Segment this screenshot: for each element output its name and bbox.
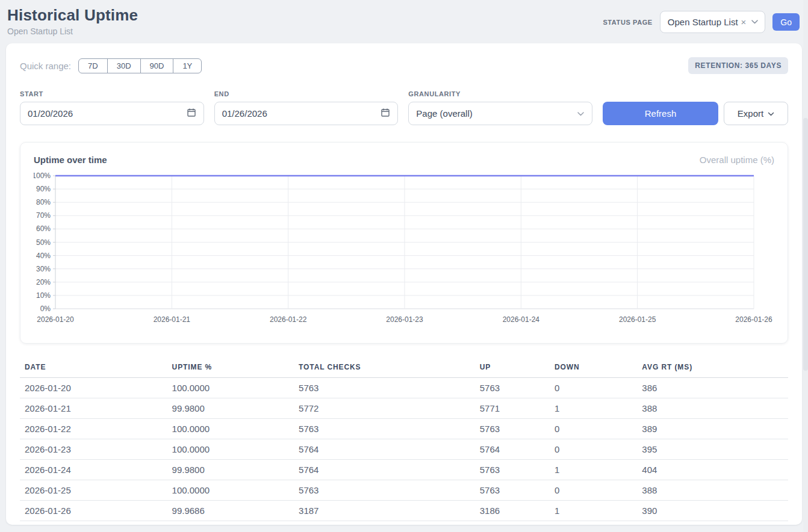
svg-text:2026-01-21: 2026-01-21 [154, 315, 191, 324]
calendar-icon[interactable] [381, 108, 390, 119]
svg-text:2026-01-26: 2026-01-26 [735, 315, 772, 324]
start-date-input[interactable]: 01/20/2026 [20, 102, 204, 125]
table-cell: 390 [637, 501, 788, 521]
table-row: 2026-01-20100.0000576357630386 [20, 378, 788, 398]
table-cell: 2026-01-22 [20, 419, 167, 439]
table-cell: 1 [550, 501, 637, 521]
topbar-right: STATUS PAGE Open Startup List × Go [603, 11, 800, 33]
calendar-icon[interactable] [187, 108, 196, 119]
end-date-value: 01/26/2026 [222, 108, 267, 119]
svg-text:2026-01-20: 2026-01-20 [37, 315, 74, 324]
filter-actions: Refresh Export [603, 102, 788, 125]
granularity-selected-value: Page (overall) [416, 108, 472, 119]
table-cell: 100.0000 [167, 419, 294, 439]
column-header: AVG RT (MS) [637, 359, 788, 378]
title-block: Historical Uptime Open Startup List [7, 6, 138, 36]
table-cell: 2026-01-26 [20, 501, 167, 521]
table-cell: 0 [550, 419, 637, 439]
main-panel: Quick range: 7D 30D 90D 1Y RETENTION: 36… [6, 43, 802, 525]
svg-text:20%: 20% [36, 278, 51, 286]
svg-text:70%: 70% [36, 211, 51, 220]
chart-title: Uptime over time [34, 155, 107, 165]
table-cell: 5764 [294, 460, 475, 480]
table-cell: 395 [637, 439, 788, 460]
table-cell: 5763 [294, 480, 475, 501]
table-cell: 5771 [475, 398, 550, 419]
filter-row: START 01/20/2026 END 01/26/2026 GRANULAR… [20, 90, 788, 125]
column-header: UPTIME % [167, 359, 294, 378]
retention-badge: RETENTION: 365 DAYS [688, 57, 788, 74]
end-date-label: END [214, 90, 399, 97]
table-cell: 100.0000 [167, 378, 294, 398]
table-cell: 1 [550, 460, 637, 480]
table-row: 2026-01-25100.0000576357630388 [20, 480, 788, 501]
table-row: 2026-01-22100.0000576357630389 [20, 419, 788, 439]
table-cell: 3186 [475, 501, 550, 521]
chevron-down-icon [751, 19, 759, 25]
granularity-label: GRANULARITY [408, 90, 592, 97]
table-cell: 5763 [475, 378, 550, 398]
table-cell: 0 [550, 439, 637, 460]
svg-text:100%: 100% [34, 172, 51, 180]
table-row: 2026-01-2499.9800576457631404 [20, 460, 788, 480]
quick-range-buttons: 7D 30D 90D 1Y [78, 58, 202, 73]
svg-text:0%: 0% [40, 305, 51, 313]
chart-legend: Overall uptime (%) [700, 155, 774, 165]
page-scrollbar-thumb[interactable] [803, 118, 808, 371]
table-cell: 0 [550, 378, 637, 398]
end-date-input[interactable]: 01/26/2026 [214, 102, 399, 125]
svg-text:30%: 30% [36, 265, 51, 273]
granularity-select[interactable]: Page (overall) [408, 102, 592, 125]
table-cell: 388 [637, 480, 788, 501]
table-cell: 2026-01-23 [20, 439, 167, 460]
svg-text:90%: 90% [36, 185, 51, 193]
refresh-button[interactable]: Refresh [603, 102, 718, 125]
chart-header: Uptime over time Overall uptime (%) [34, 155, 774, 165]
column-header: UP [475, 359, 550, 378]
table-cell: 5772 [294, 398, 475, 419]
svg-text:2026-01-25: 2026-01-25 [619, 315, 656, 324]
quick-range-7d-button[interactable]: 7D [78, 58, 108, 73]
table-cell: 99.9800 [167, 398, 294, 419]
quick-range-1y-button[interactable]: 1Y [173, 58, 202, 73]
table-cell: 2026-01-24 [20, 460, 167, 480]
clear-selection-icon[interactable]: × [741, 17, 747, 27]
table-cell: 5764 [475, 439, 550, 460]
granularity-field-group: GRANULARITY Page (overall) [408, 90, 592, 125]
page-subtitle: Open Startup List [7, 26, 138, 36]
table-cell: 5763 [294, 419, 475, 439]
table-cell: 404 [637, 460, 788, 480]
go-button[interactable]: Go [772, 13, 800, 31]
chevron-down-icon [768, 108, 774, 119]
export-button[interactable]: Export [724, 102, 788, 125]
table-cell: 2026-01-21 [20, 398, 167, 419]
table-cell: 2026-01-20 [20, 378, 167, 398]
column-header: DATE [20, 359, 167, 378]
quick-range-row: Quick range: 7D 30D 90D 1Y RETENTION: 36… [20, 57, 788, 74]
svg-text:2026-01-24: 2026-01-24 [503, 315, 540, 324]
table-cell: 386 [637, 378, 788, 398]
topbar: Historical Uptime Open Startup List STAT… [0, 0, 808, 36]
svg-text:10%: 10% [36, 291, 51, 300]
table-cell: 100.0000 [167, 480, 294, 501]
table-cell: 388 [637, 398, 788, 419]
svg-text:40%: 40% [36, 252, 51, 260]
table-header: DATEUPTIME %TOTAL CHECKSUPDOWNAVG RT (MS… [20, 359, 788, 378]
table-cell: 99.9686 [167, 501, 294, 521]
page-scrollbar-track[interactable] [803, 0, 808, 532]
svg-text:50%: 50% [36, 238, 51, 247]
status-page-label: STATUS PAGE [603, 19, 652, 26]
column-header: TOTAL CHECKS [294, 359, 475, 378]
start-date-label: START [20, 90, 204, 97]
quick-range-90d-button[interactable]: 90D [140, 58, 174, 73]
quick-range-30d-button[interactable]: 30D [107, 58, 141, 73]
start-date-field-group: START 01/20/2026 [20, 90, 204, 125]
table-cell: 389 [637, 419, 788, 439]
svg-text:2026-01-22: 2026-01-22 [270, 315, 307, 324]
chevron-down-icon [577, 108, 585, 119]
uptime-line-chart: 0%10%20%30%40%50%60%70%80%90%100%2026-01… [34, 171, 774, 326]
status-page-select[interactable]: Open Startup List × [660, 11, 766, 33]
table-cell: 0 [550, 480, 637, 501]
start-date-value: 01/20/2026 [28, 108, 73, 119]
quick-range-group: Quick range: 7D 30D 90D 1Y [20, 58, 202, 73]
